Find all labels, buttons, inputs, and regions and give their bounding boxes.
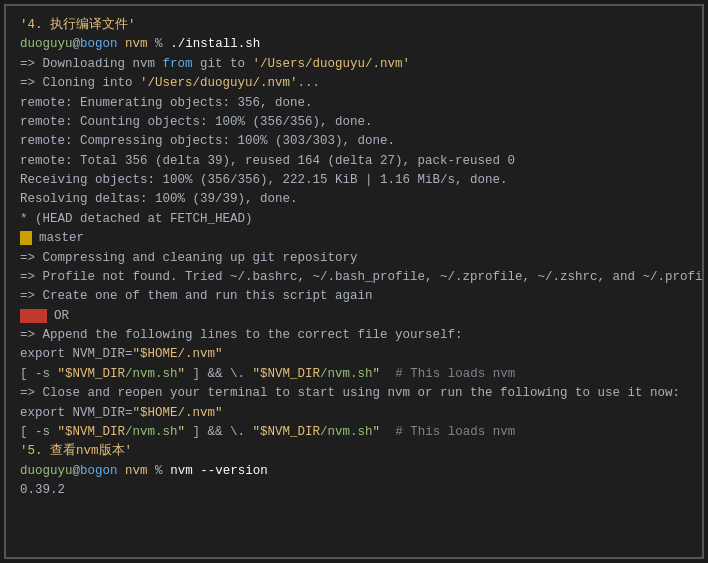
line-20: export NVM_DIR="$HOME/.nvm" (20, 345, 688, 364)
line-17: OR (20, 307, 688, 326)
line-30: 0.39.2 (20, 481, 688, 500)
line-4: => Cloning into '/Users/duoguyu/.nvm'... (20, 74, 688, 93)
terminal-window: '4. 执行编译文件' duoguyu@bogon nvm % ./instal… (4, 4, 704, 559)
line-2: duoguyu@bogon nvm % ./install.sh (20, 35, 688, 54)
line-10: Resolving deltas: 100% (39/39), done. (20, 190, 688, 209)
line-18: => Append the following lines to the cor… (20, 326, 688, 345)
line-12: master (20, 229, 688, 248)
line-13: => Compressing and cleaning up git repos… (20, 249, 688, 268)
line-6: remote: Counting objects: 100% (356/356)… (20, 113, 688, 132)
line-25: export NVM_DIR="$HOME/.nvm" (20, 404, 688, 423)
line-7: remote: Compressing objects: 100% (303/3… (20, 132, 688, 151)
line-3: => Downloading nvm from git to '/Users/d… (20, 55, 688, 74)
line-16: => Create one of them and run this scrip… (20, 287, 688, 306)
line-9: Receiving objects: 100% (356/356), 222.1… (20, 171, 688, 190)
line-28: '5. 查看nvm版本' (20, 442, 688, 461)
line-15: => Profile not found. Tried ~/.bashrc, ~… (20, 268, 688, 287)
line-1: '4. 执行编译文件' (20, 16, 688, 35)
line-23: => Close and reopen your terminal to sta… (20, 384, 688, 403)
line-29: duoguyu@bogon nvm % nvm --version (20, 462, 688, 481)
line-8: remote: Total 356 (delta 39), reused 164… (20, 152, 688, 171)
line-21: [ -s "$NVM_DIR/nvm.sh" ] && \. "$NVM_DIR… (20, 365, 688, 384)
line-5: remote: Enumerating objects: 356, done. (20, 94, 688, 113)
line-26: [ -s "$NVM_DIR/nvm.sh" ] && \. "$NVM_DIR… (20, 423, 688, 442)
line-11: * (HEAD detached at FETCH_HEAD) (20, 210, 688, 229)
